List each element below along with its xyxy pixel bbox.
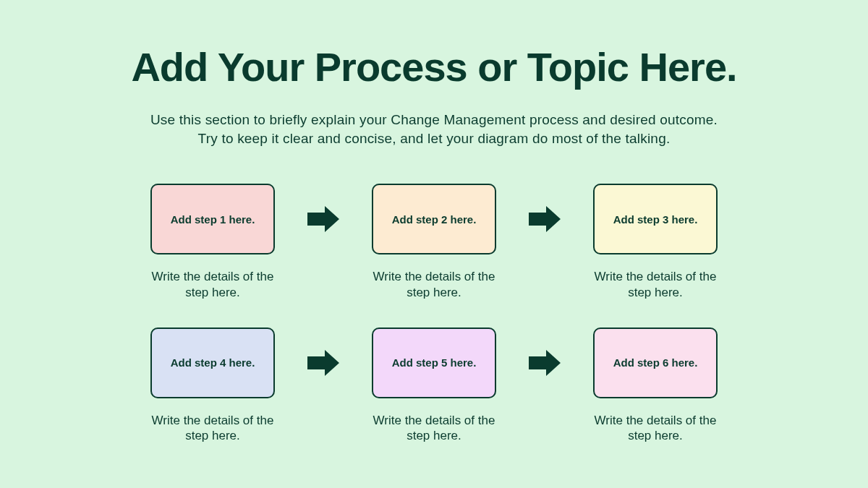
- step-label: Add step 1 here.: [171, 213, 255, 226]
- svg-marker-2: [307, 350, 339, 376]
- step-group-6: Add step 6 here. Write the details of th…: [583, 328, 728, 444]
- process-diagram: Add step 1 here. Write the details of th…: [140, 184, 728, 443]
- step-box-2: Add step 2 here.: [372, 184, 496, 254]
- process-row-2: Add step 4 here. Write the details of th…: [140, 328, 728, 444]
- step-detail: Write the details of the step here.: [362, 413, 506, 444]
- svg-marker-0: [307, 206, 339, 232]
- step-label: Add step 2 here.: [392, 213, 477, 226]
- arrow-right-icon: [305, 328, 341, 398]
- step-group-1: Add step 1 here. Write the details of th…: [140, 184, 285, 300]
- step-group-3: Add step 3 here. Write the details of th…: [583, 184, 728, 300]
- step-label: Add step 3 here.: [613, 213, 698, 226]
- slide-subtitle: Use this section to briefly explain your…: [150, 111, 718, 147]
- step-detail: Write the details of the step here.: [583, 269, 728, 300]
- arrow-right-icon: [305, 184, 341, 254]
- arrow-right-icon: [527, 184, 563, 254]
- step-box-3: Add step 3 here.: [593, 184, 718, 254]
- step-group-2: Add step 2 here. Write the details of th…: [362, 184, 506, 300]
- subtitle-line-1: Use this section to briefly explain your…: [150, 112, 718, 127]
- step-label: Add step 6 here.: [613, 356, 698, 369]
- svg-marker-1: [529, 206, 561, 232]
- step-label: Add step 4 here.: [171, 356, 255, 369]
- step-box-1: Add step 1 here.: [150, 184, 275, 254]
- step-box-5: Add step 5 here.: [372, 328, 496, 398]
- step-detail: Write the details of the step here.: [140, 413, 285, 444]
- process-row-1: Add step 1 here. Write the details of th…: [140, 184, 728, 300]
- step-box-4: Add step 4 here.: [150, 328, 275, 398]
- slide-canvas: Add Your Process or Topic Here. Use this…: [0, 0, 868, 488]
- step-detail: Write the details of the step here.: [140, 269, 285, 300]
- svg-marker-3: [529, 350, 561, 376]
- step-group-4: Add step 4 here. Write the details of th…: [140, 328, 285, 444]
- subtitle-line-2: Try to keep it clear and concise, and le…: [198, 131, 671, 146]
- step-label: Add step 5 here.: [392, 356, 477, 369]
- step-detail: Write the details of the step here.: [583, 413, 728, 444]
- slide-title: Add Your Process or Topic Here.: [131, 43, 736, 90]
- step-detail: Write the details of the step here.: [362, 269, 506, 300]
- step-box-6: Add step 6 here.: [593, 328, 718, 398]
- step-group-5: Add step 5 here. Write the details of th…: [362, 328, 506, 444]
- arrow-right-icon: [527, 328, 563, 398]
